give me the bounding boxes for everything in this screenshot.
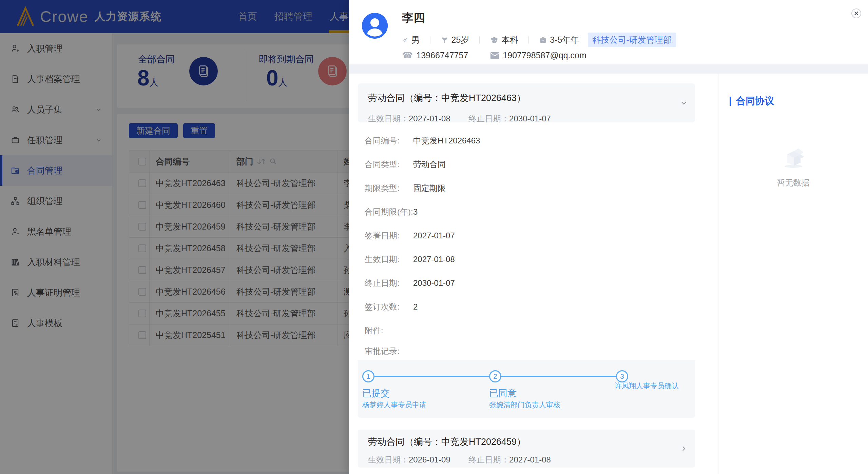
field-row: 合同类型:劳动合同: [358, 153, 695, 176]
title-accent-bar: [730, 97, 731, 106]
phone-item: ☎ 13966747757: [402, 50, 468, 61]
employee-contact-row: ☎ 13966747757 1907798587@qq.com: [402, 50, 586, 61]
age-item: 25岁: [441, 34, 469, 45]
field-row: 审批记录:: [358, 342, 695, 360]
timeline-step-circle: 2: [489, 370, 501, 382]
agreement-panel-title: 合同协议: [736, 95, 774, 107]
meta-separator: [430, 36, 430, 44]
close-button[interactable]: [851, 8, 861, 18]
agreement-panel: 合同协议 暂无数据: [718, 74, 868, 474]
briefcase-icon: [539, 36, 547, 44]
experience-item: 3-5年年: [539, 34, 579, 45]
education-item: 本科: [490, 34, 518, 45]
phone-icon: ☎: [402, 50, 413, 61]
timeline-step-circle: 1: [362, 370, 374, 382]
drawer-body: 劳动合同（编号：中竞发HT2026463） 生效日期：2027-01-08 终止…: [349, 74, 718, 474]
field-row: 期限类型:固定期限: [358, 176, 695, 200]
gender-item: ♂ 男: [402, 34, 420, 45]
approval-timeline: 1 2 3 已提交 已同意 杨梦婷人事专员申请 张婉清部门负责人审核 许凤翔人事…: [358, 360, 695, 418]
contract-title: 劳动合同（编号：中竞发HT2026459）: [368, 436, 526, 448]
timeline-step-desc: 张婉清部门负责人审核: [489, 400, 560, 410]
employee-contract-drawer: 李四 ♂ 男 25岁 本科: [349, 0, 868, 474]
email-icon: [490, 52, 499, 59]
chevron-right-icon[interactable]: [680, 445, 688, 452]
meta-separator: [479, 36, 480, 44]
contract-dates: 生效日期：2026-01-09 终止日期：2027-01-08: [368, 454, 551, 465]
history-contract-card[interactable]: 劳动合同（编号：中竞发HT2026459） 生效日期：2026-01-09 终止…: [358, 430, 695, 468]
meta-separator: [528, 36, 529, 44]
empty-box-icon: [780, 145, 807, 169]
department-tag: 科技公司-研发管理部: [588, 33, 676, 47]
close-icon: [854, 11, 859, 16]
agreement-panel-title-row: 合同协议: [730, 95, 774, 107]
chevron-down-icon[interactable]: [680, 99, 688, 107]
graduation-cap-icon: [490, 36, 499, 44]
field-row: 合同编号:中竞发HT2026463: [358, 129, 695, 153]
contract-title: 劳动合同（编号：中竞发HT2026463）: [368, 92, 526, 104]
app-root: Crowe 人力资源系统 首页 招聘管理 人事管理 入职管理 人事档案管理 人员…: [0, 0, 868, 474]
field-row: 签署日期:2027-01-07: [358, 224, 695, 248]
empty-state: 暂无数据: [718, 145, 868, 188]
timeline-step-status: 已同意: [489, 387, 517, 399]
timeline-step-desc: 杨梦婷人事专员申请: [362, 400, 426, 410]
avatar: [362, 13, 388, 39]
drawer-header: 李四 ♂ 男 25岁 本科: [349, 0, 868, 64]
male-icon: ♂: [402, 35, 409, 45]
field-row: 合同期限(年):3: [358, 200, 695, 224]
timeline-step-circle: 3: [616, 370, 628, 382]
timeline-step-status: 已提交: [362, 387, 390, 399]
employee-meta-row: ♂ 男 25岁 本科: [402, 33, 676, 47]
header-body-divider: [349, 64, 868, 74]
email-item: 1907798587@qq.com: [490, 51, 586, 60]
timeline-step-desc: 许凤翔人事专员确认: [615, 381, 679, 391]
contract-dates: 生效日期：2027-01-08 终止日期：2030-01-07: [368, 113, 551, 124]
field-row: 附件:: [358, 319, 695, 342]
field-row: 终止日期:2030-01-07: [358, 271, 695, 295]
age-sprout-icon: [441, 36, 449, 44]
current-contract-card-header[interactable]: 劳动合同（编号：中竞发HT2026463） 生效日期：2027-01-08 终止…: [358, 83, 695, 122]
field-row: 生效日期:2027-01-08: [358, 248, 695, 271]
contract-fields: 合同编号:中竞发HT2026463 合同类型:劳动合同 期限类型:固定期限 合同…: [358, 129, 695, 360]
empty-text: 暂无数据: [718, 177, 868, 188]
employee-name: 李四: [402, 10, 425, 26]
field-row: 签订次数:2: [358, 295, 695, 319]
